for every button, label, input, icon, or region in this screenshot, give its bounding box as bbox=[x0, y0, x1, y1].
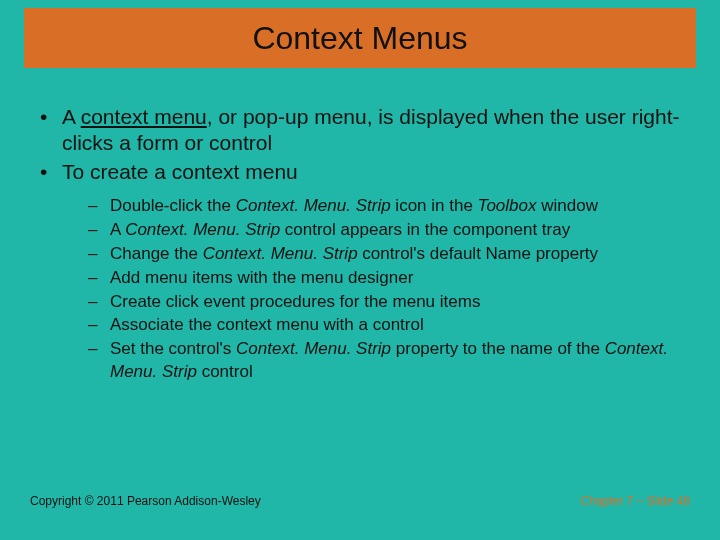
text: Associate the context menu with a contro… bbox=[110, 315, 424, 334]
text: Add menu items with the menu designer bbox=[110, 268, 413, 287]
sub-item: Create click event procedures for the me… bbox=[84, 291, 686, 314]
text: Change the bbox=[110, 244, 203, 263]
text: icon in the bbox=[391, 196, 478, 215]
footer-page-info: Chapter 7 – Slide 48 bbox=[581, 494, 690, 508]
text: To create a context menu bbox=[62, 160, 298, 183]
text: window bbox=[537, 196, 598, 215]
sub-list: Double-click the Context. Menu. Strip ic… bbox=[84, 195, 686, 385]
text: control appears in the component tray bbox=[280, 220, 570, 239]
footer-copyright: Copyright © 2011 Pearson Addison-Wesley bbox=[30, 494, 261, 508]
bullet-item: To create a context menu Double-click th… bbox=[34, 159, 686, 385]
term: Context. Menu. Strip bbox=[203, 244, 358, 263]
slide-title: Context Menus bbox=[252, 20, 467, 57]
sub-item: Set the control's Context. Menu. Strip p… bbox=[84, 338, 686, 384]
text: A bbox=[110, 220, 125, 239]
text: Double-click the bbox=[110, 196, 236, 215]
text: Create click event procedures for the me… bbox=[110, 292, 480, 311]
text: control bbox=[197, 362, 253, 381]
sub-item: Change the Context. Menu. Strip control'… bbox=[84, 243, 686, 266]
title-bar: Context Menus bbox=[24, 8, 696, 68]
sub-item: Associate the context menu with a contro… bbox=[84, 314, 686, 337]
text: control's default Name property bbox=[358, 244, 598, 263]
content-area: A context menu, or pop-up menu, is displ… bbox=[34, 104, 686, 386]
term: Context. Menu. Strip bbox=[236, 339, 391, 358]
term: Context. Menu. Strip bbox=[125, 220, 280, 239]
term: Context. Menu. Strip bbox=[236, 196, 391, 215]
sub-item: Double-click the Context. Menu. Strip ic… bbox=[84, 195, 686, 218]
term-context-menu: context menu bbox=[81, 105, 207, 128]
bullet-item: A context menu, or pop-up menu, is displ… bbox=[34, 104, 686, 157]
slide: Context Menus A context menu, or pop-up … bbox=[0, 0, 720, 540]
text: Set the control's bbox=[110, 339, 236, 358]
sub-item: A Context. Menu. Strip control appears i… bbox=[84, 219, 686, 242]
term: Toolbox bbox=[478, 196, 537, 215]
sub-item: Add menu items with the menu designer bbox=[84, 267, 686, 290]
text: property to the name of the bbox=[391, 339, 605, 358]
text: A bbox=[62, 105, 81, 128]
bullet-list: A context menu, or pop-up menu, is displ… bbox=[34, 104, 686, 384]
